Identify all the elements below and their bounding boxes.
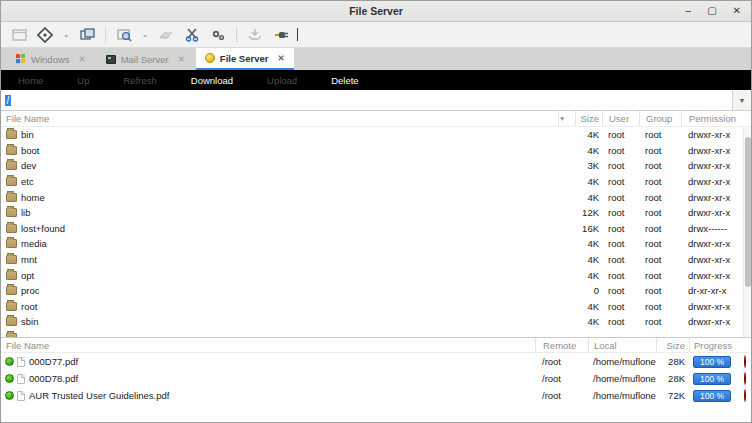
tab-close-icon[interactable]: ✕ (277, 53, 284, 63)
file-row[interactable]: home 4K root root drwxr-xr-x (1, 189, 751, 205)
file-row[interactable]: root 4K root root drwxr-xr-x (1, 299, 751, 315)
file-row[interactable]: media 4K root root drwxr-xr-x (1, 236, 751, 252)
file-name: proc (21, 285, 39, 296)
title-bar[interactable]: File Server – ▢ ✕ (1, 1, 751, 22)
stop-status-icon[interactable] (744, 355, 746, 368)
file-name: opt (21, 270, 34, 281)
folder-icon (6, 177, 17, 186)
column-remote[interactable]: Remote (535, 338, 588, 352)
duplicate-connection-icon[interactable] (77, 26, 97, 44)
path-dropdown-button[interactable]: ▼ (732, 90, 751, 110)
action-button[interactable]: Up (60, 75, 106, 86)
file-row[interactable]: lost+found 16K root root drwx------ (1, 221, 751, 237)
file-row[interactable]: etc 4K root root drwxr-xr-x (1, 174, 751, 190)
column-size[interactable]: Size (575, 111, 602, 126)
column-user[interactable]: User (602, 111, 639, 126)
close-icon[interactable]: ✕ (733, 6, 741, 16)
document-icon (17, 391, 25, 401)
transfer-row[interactable]: AUR Trusted User Guidelines.pdf /root /h… (1, 387, 751, 404)
transfer-row[interactable]: 000D77.pdf /root /home/muflone 28K 100 % (1, 353, 751, 370)
file-user: root (602, 176, 639, 187)
file-size: 0 (575, 285, 602, 296)
file-name: root (21, 301, 37, 312)
file-name: home (21, 192, 45, 203)
file-name: bin (21, 129, 34, 140)
column-progress[interactable]: Progress (689, 338, 741, 352)
file-row[interactable] (1, 330, 751, 338)
tab-file-server[interactable]: File Server ✕ (196, 48, 294, 70)
file-size: 4K (575, 129, 602, 140)
column-file-name[interactable]: File Name (1, 111, 558, 126)
chevron-down-icon[interactable]: ⌄ (140, 30, 150, 39)
path-input[interactable]: / (1, 90, 732, 110)
action-button[interactable]: Home (1, 75, 60, 86)
disconnect-plug-icon[interactable] (271, 26, 291, 44)
file-row[interactable]: bin 4K root root drwxr-xr-x (1, 127, 751, 143)
file-group: root (639, 285, 681, 296)
column-local[interactable]: Local (588, 338, 656, 352)
window-title: File Server (1, 5, 751, 17)
settings-gears-icon[interactable] (208, 26, 228, 44)
column-permission[interactable]: Permission (681, 111, 742, 126)
file-name: lib (21, 207, 31, 218)
address-bar: / ▼ (1, 90, 751, 111)
action-button[interactable]: Refresh (107, 75, 174, 86)
file-permission: drwxr-xr-x (681, 270, 742, 281)
transfer-local-path: /home/muflone (588, 356, 656, 367)
file-group: root (639, 192, 681, 203)
action-button[interactable]: Delete (314, 75, 375, 86)
file-row[interactable]: sbin 4K root root drwxr-xr-x (1, 314, 751, 330)
file-size: 4K (575, 270, 602, 281)
file-group: root (639, 176, 681, 187)
file-user: root (602, 192, 639, 203)
file-group: root (639, 160, 681, 171)
file-group: root (639, 316, 681, 327)
resize-window-icon[interactable] (9, 26, 29, 44)
file-group: root (639, 207, 681, 218)
file-row[interactable]: boot 4K root root drwxr-xr-x (1, 143, 751, 159)
chevron-down-icon[interactable]: ⌄ (61, 30, 71, 39)
file-group: root (639, 223, 681, 234)
screenshot-scissors-icon[interactable] (182, 26, 202, 44)
toolbar: ⌄ ⌄ (1, 22, 751, 48)
file-row[interactable]: dev 3K root root drwxr-xr-x (1, 158, 751, 174)
tab-mail-server[interactable]: Mail Server ✕ (97, 48, 194, 70)
fit-window-icon[interactable] (35, 26, 55, 44)
folder-icon (6, 239, 17, 248)
tab-close-icon[interactable]: ✕ (79, 54, 86, 64)
tab-label: Mail Server (121, 54, 169, 65)
file-row[interactable]: lib 12K root root drwxr-xr-x (1, 205, 751, 221)
tab-label: Windows (31, 54, 70, 65)
column-group[interactable]: Group (639, 111, 681, 126)
vertical-scrollbar[interactable] (743, 127, 751, 337)
magnifier-icon[interactable] (114, 26, 134, 44)
column-size[interactable]: Size (656, 338, 689, 352)
folder-icon (6, 208, 17, 217)
transfer-rows: 000D77.pdf /root /home/muflone 28K 100 %… (1, 353, 751, 404)
action-button[interactable]: Upload (250, 75, 314, 86)
maximize-icon[interactable]: ▢ (707, 6, 716, 16)
folder-icon (6, 193, 17, 202)
stop-status-icon[interactable] (744, 389, 746, 402)
tab-close-icon[interactable]: ✕ (178, 54, 185, 64)
path-value: / (5, 95, 11, 106)
stop-status-icon[interactable] (744, 372, 746, 385)
scrollbar-thumb[interactable] (745, 137, 751, 287)
file-row[interactable]: mnt 4K root root drwxr-xr-x (1, 252, 751, 268)
transfer-row[interactable]: 000D78.pdf /root /home/muflone 28K 100 % (1, 370, 751, 387)
folder-icon (6, 146, 17, 155)
file-user: root (602, 270, 639, 281)
file-size: 4K (575, 254, 602, 265)
sort-indicator-icon[interactable]: ▼ (558, 111, 575, 126)
keyboard-grab-icon[interactable] (156, 26, 176, 44)
file-list-header: File Name ▼ Size User Group Permission (1, 111, 751, 127)
file-row[interactable]: proc 0 root root dr-xr-xr-x (1, 283, 751, 299)
save-screenshot-icon[interactable] (245, 26, 265, 44)
minimize-icon[interactable]: – (686, 6, 692, 16)
column-file-name[interactable]: File Name (1, 338, 535, 352)
file-permission: drwx------ (681, 223, 742, 234)
tab-windows[interactable]: Windows ✕ (7, 48, 95, 70)
action-button[interactable]: Download (174, 75, 250, 86)
terminal-icon (106, 55, 116, 64)
file-row[interactable]: opt 4K root root drwxr-xr-x (1, 267, 751, 283)
